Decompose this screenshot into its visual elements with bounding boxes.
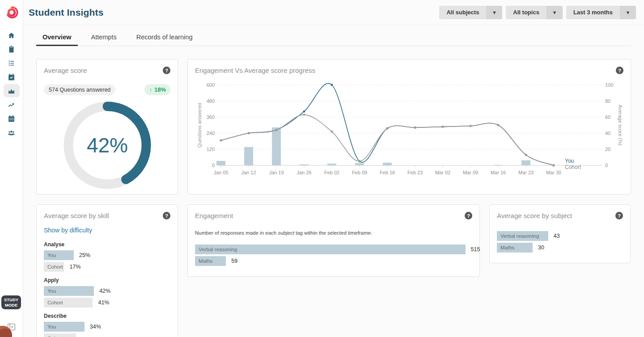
- calendar-check-icon: [8, 73, 15, 81]
- svg-text:Cohort: Cohort: [565, 164, 581, 170]
- header: Student Insights All subjects ▼ All topi…: [23, 0, 644, 25]
- skill-group: DescribeYou34%Cohort: [44, 313, 170, 337]
- brand-logo-icon: [4, 5, 19, 20]
- engagement-bar-row: Verbal reasoning515: [195, 244, 472, 254]
- svg-text:20: 20: [605, 147, 610, 152]
- help-icon[interactable]: ?: [615, 212, 623, 219]
- svg-text:80: 80: [605, 98, 610, 104]
- subject-bar-value: 30: [538, 244, 544, 251]
- skill-bar-row: Cohort17%: [44, 262, 170, 272]
- help-icon[interactable]: ?: [163, 67, 170, 74]
- skill-name: Apply: [44, 277, 170, 283]
- svg-text:Mar 02: Mar 02: [435, 170, 450, 175]
- list-icon: [8, 59, 15, 67]
- skill-bar-value: 42%: [99, 288, 110, 294]
- sidebar-item-classes[interactable]: [4, 126, 20, 139]
- clipboard-icon: [8, 46, 15, 53]
- help-icon[interactable]: ?: [163, 212, 170, 219]
- help-icon[interactable]: ?: [465, 212, 472, 219]
- page-title: Student Insights: [29, 7, 104, 18]
- study-mode-badge[interactable]: STUDY MODE: [1, 295, 21, 309]
- svg-text:100: 100: [605, 82, 613, 88]
- questions-answered-chip: 574 Questions answered: [44, 84, 115, 95]
- svg-text:Feb 09: Feb 09: [352, 170, 367, 175]
- subjects-dropdown-value: All subjects: [439, 6, 486, 19]
- skill-group: ApplyYou42%Cohort41%: [44, 277, 170, 308]
- svg-text:600: 600: [207, 82, 215, 88]
- svg-text:Jan 12: Jan 12: [241, 170, 256, 175]
- engagement-title: Engagement: [195, 212, 233, 219]
- skill-bar-cohort: Cohort: [44, 333, 76, 337]
- skill-bar-row: You34%: [44, 322, 170, 332]
- skill-name: Describe: [44, 313, 170, 319]
- engagement-bar-value: 59: [231, 258, 237, 264]
- tab-attempts[interactable]: Attempts: [85, 34, 123, 46]
- skill-bar-row: Cohort: [44, 333, 170, 337]
- subject-bar-value: 43: [554, 233, 560, 239]
- svg-text:Jan 26: Jan 26: [297, 170, 311, 175]
- topics-dropdown[interactable]: All topics ▼: [506, 6, 563, 19]
- subject-bar: Maths: [497, 243, 533, 253]
- calendar-icon: [8, 115, 15, 122]
- trend-value: 18%: [154, 86, 166, 93]
- svg-text:You: You: [565, 158, 574, 164]
- engagement-bars: Verbal reasoning515Maths59: [195, 244, 472, 266]
- svg-text:120: 120: [207, 147, 215, 152]
- tab-records-of-learning[interactable]: Records of learning: [130, 34, 199, 46]
- engagement-bar-value: 515: [471, 246, 480, 253]
- sidebar: STUDY MODE: [0, 0, 23, 337]
- topics-dropdown-value: All topics: [506, 6, 547, 19]
- subjects-dropdown[interactable]: All subjects ▼: [439, 6, 502, 19]
- subject-bar-row: Maths30: [497, 243, 623, 253]
- svg-text:360: 360: [207, 114, 215, 120]
- sidebar-item-progress[interactable]: [4, 98, 20, 111]
- chevron-down-icon: ▼: [620, 6, 636, 19]
- score-by-skill-title: Average score by skill: [44, 212, 109, 219]
- sidebar-item-timetable[interactable]: [4, 112, 20, 125]
- area-chart-icon: [8, 87, 15, 95]
- sidebar-item-home[interactable]: [4, 29, 20, 42]
- skill-bar-you: You: [44, 286, 94, 296]
- skill-bar-cohort: Cohort: [44, 298, 93, 308]
- study-mode-line2: MODE: [2, 303, 20, 308]
- svg-text:Mar 23: Mar 23: [518, 170, 534, 175]
- skill-bar-row: Cohort41%: [44, 298, 170, 308]
- timeframe-dropdown-value: Last 3 months: [566, 6, 620, 19]
- svg-text:Jan 05: Jan 05: [213, 170, 228, 175]
- tab-overview[interactable]: Overview: [36, 34, 78, 46]
- skill-bar-row: You25%: [44, 250, 170, 260]
- skill-bar-cohort: Cohort: [44, 262, 64, 272]
- svg-text:Mar 30: Mar 30: [546, 170, 561, 175]
- timeframe-dropdown[interactable]: Last 3 months ▼: [566, 6, 636, 19]
- subject-bar-row: Verbal reasoning43: [497, 231, 623, 241]
- content: Overview Attempts Records of learning Av…: [23, 25, 644, 337]
- average-score-card: Average score ? 574 Questions answered ↑…: [36, 59, 178, 194]
- engagement-bar: Maths: [195, 256, 226, 266]
- app-logo[interactable]: [0, 0, 23, 25]
- study-mode-line1: STUDY: [2, 297, 20, 302]
- arrow-up-icon: ↑: [149, 86, 152, 93]
- svg-text:480: 480: [207, 98, 215, 104]
- skill-name: Analyse: [44, 241, 170, 248]
- skill-groups: AnalyseYou25%Cohort17%ApplyYou42%Cohort4…: [44, 241, 170, 337]
- sidebar-item-list[interactable]: [4, 56, 20, 70]
- svg-text:60: 60: [605, 114, 610, 120]
- svg-text:0: 0: [605, 163, 608, 168]
- skill-bar-value: 25%: [79, 252, 90, 258]
- sidebar-item-assignments[interactable]: [4, 42, 20, 56]
- subject-bars: Verbal reasoning43Maths30: [497, 231, 623, 253]
- show-by-difficulty-link[interactable]: Show by difficulty: [44, 227, 92, 234]
- trend-chip: ↑ 18%: [144, 84, 170, 95]
- skill-bar-value: 41%: [98, 299, 109, 306]
- skill-bar-row: You42%: [44, 286, 170, 296]
- chevron-down-icon: ▼: [486, 6, 502, 19]
- filter-bar: All subjects ▼ All topics ▼ Last 3 month…: [439, 6, 636, 19]
- main-area: Student Insights All subjects ▼ All topi…: [23, 0, 644, 337]
- sidebar-item-tasks[interactable]: [4, 70, 20, 84]
- sidebar-item-insights[interactable]: [4, 84, 20, 97]
- sidebar-nav: [0, 29, 23, 139]
- svg-text:240: 240: [207, 131, 215, 136]
- svg-text:Feb 23: Feb 23: [407, 170, 423, 175]
- engagement-bar: Verbal reasoning: [195, 244, 466, 254]
- engagement-card: Engagement ? Number of responses made in…: [187, 204, 480, 277]
